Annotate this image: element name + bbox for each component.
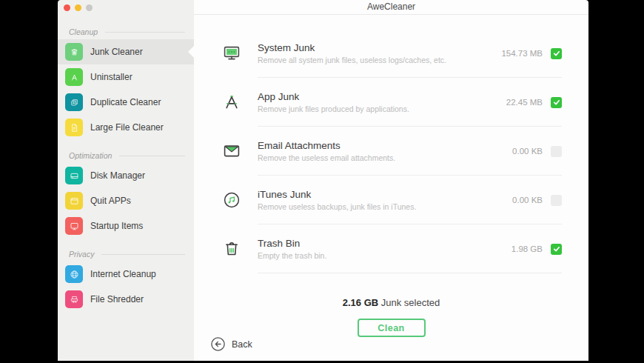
itunes-icon (222, 190, 241, 210)
row-title: Email Attachments (258, 140, 512, 151)
main-content: AweCleaner System Junk Remove all system… (194, 0, 588, 361)
row-checkbox[interactable] (551, 97, 562, 108)
shredder-icon (65, 290, 83, 308)
sidebar-section: Optimization Disk Manager Quit APPs Star… (58, 148, 194, 239)
window-icon (65, 192, 83, 210)
row-text: System Junk Remove all system junk files… (258, 42, 501, 64)
sidebar-item-label: Quit APPs (90, 196, 131, 206)
trash-icon (65, 43, 83, 61)
email-icon (222, 141, 241, 161)
row-size: 1.98 GB (511, 244, 543, 253)
sidebar-item-disk-manager[interactable]: Disk Manager (58, 163, 194, 188)
sidebar-item-startup-items[interactable]: Startup Items (58, 213, 194, 239)
junk-list: System Junk Remove all system junk files… (194, 15, 588, 273)
app-junk-icon (222, 93, 241, 112)
row-size: 154.73 MB (501, 49, 543, 58)
clean-button[interactable]: Clean (358, 319, 426, 337)
file-icon (65, 119, 83, 136)
back-arrow-icon (211, 337, 225, 351)
sidebar-item-label: Startup Items (90, 221, 143, 231)
row-size: 0.00 KB (512, 196, 543, 204)
row-checkbox[interactable] (551, 195, 562, 206)
sidebar-item-label: Uninstaller (90, 72, 133, 82)
section-items: Internet Cleanup File Shredder (58, 262, 194, 312)
junk-row-email-attachments: Email Attachments Remove the useless ema… (194, 127, 588, 176)
sidebar-item-label: Duplicate Cleaner (90, 97, 161, 107)
section-items: Disk Manager Quit APPs Startup Items (58, 163, 194, 239)
check-icon (553, 50, 560, 57)
disk-icon (65, 167, 83, 184)
back-label: Back (232, 339, 252, 350)
row-checkbox[interactable] (551, 244, 562, 255)
check-icon (553, 245, 560, 253)
minimize-button[interactable] (75, 4, 81, 11)
summary-text: Junk selected (381, 297, 440, 308)
row-text: Trash Bin Empty the trash bin. (258, 238, 511, 260)
uninstall-icon (65, 68, 83, 86)
row-size: 22.45 MB (506, 98, 543, 107)
sidebar-section: Privacy Internet Cleanup File Shredder (58, 247, 194, 312)
section-label: Cleanup (58, 24, 194, 39)
row-title: App Junk (258, 91, 506, 102)
junk-row-itunes-junk: iTunes Junk Remove useless backups, junk… (194, 176, 588, 224)
sidebar-item-file-shredder[interactable]: File Shredder (58, 287, 194, 312)
sidebar-item-label: File Shredder (90, 294, 144, 304)
sidebar-item-label: Junk Cleaner (90, 47, 143, 57)
section-label: Privacy (58, 247, 194, 262)
globe-icon (65, 265, 83, 283)
sidebar-item-label: Large File Cleaner (90, 122, 164, 133)
junk-row-trash-bin: Trash Bin Empty the trash bin. 1.98 GB (194, 224, 588, 273)
junk-row-app-junk: App Junk Remove junk files produced by a… (194, 78, 588, 127)
sidebar-item-quit-apps[interactable]: Quit APPs (58, 188, 194, 213)
traffic-lights (58, 0, 194, 16)
section-items: Junk Cleaner Uninstaller Duplicate Clean… (58, 39, 194, 140)
row-description: Remove useless backups, junk files in iT… (258, 202, 512, 211)
row-description: Remove the useless email attachments. (258, 153, 512, 162)
close-button[interactable] (64, 4, 70, 11)
sidebar-item-label: Internet Cleanup (90, 269, 156, 279)
row-description: Empty the trash bin. (258, 251, 511, 260)
sidebar-item-label: Disk Manager (90, 170, 145, 181)
row-title: iTunes Junk (258, 189, 512, 200)
check-icon (553, 99, 560, 106)
row-text: iTunes Junk Remove useless backups, junk… (258, 189, 512, 211)
sidebar: Cleanup Junk Cleaner Uninstaller Duplica… (58, 0, 194, 361)
row-description: Remove all system junk files, useless lo… (258, 56, 501, 64)
row-text: Email Attachments Remove the useless ema… (258, 140, 512, 162)
back-button[interactable]: Back (211, 337, 252, 351)
trash-bin-icon (222, 239, 241, 259)
summary: 2.16 GB Junk selected (194, 297, 588, 308)
sidebar-item-duplicate-cleaner[interactable]: Duplicate Cleaner (58, 90, 194, 115)
page-title: AweCleaner (367, 1, 415, 12)
row-title: System Junk (258, 42, 501, 53)
sidebar-nav: Cleanup Junk Cleaner Uninstaller Duplica… (58, 24, 194, 312)
sidebar-item-junk-cleaner[interactable]: Junk Cleaner (58, 39, 194, 64)
sidebar-section: Cleanup Junk Cleaner Uninstaller Duplica… (58, 24, 194, 140)
junk-row-system-junk: System Junk Remove all system junk files… (194, 29, 588, 78)
system-junk-icon (222, 44, 241, 63)
zoom-button[interactable] (86, 4, 93, 11)
section-label: Optimization (58, 148, 194, 163)
row-description: Remove junk files produced by applicatio… (258, 104, 506, 113)
row-checkbox[interactable] (551, 48, 562, 59)
row-size: 0.00 KB (512, 147, 543, 156)
app-window: Cleanup Junk Cleaner Uninstaller Duplica… (58, 0, 588, 361)
summary-size: 2.16 GB (343, 297, 378, 308)
titlebar: AweCleaner (194, 0, 588, 15)
row-checkbox[interactable] (551, 146, 562, 157)
duplicate-icon (65, 93, 83, 111)
row-title: Trash Bin (258, 238, 511, 249)
sidebar-item-internet-cleanup[interactable]: Internet Cleanup (58, 262, 194, 287)
monitor-icon (65, 217, 83, 235)
sidebar-item-uninstaller[interactable]: Uninstaller (58, 64, 194, 90)
row-text: App Junk Remove junk files produced by a… (258, 91, 506, 113)
sidebar-item-large-file-cleaner[interactable]: Large File Cleaner (58, 115, 194, 140)
